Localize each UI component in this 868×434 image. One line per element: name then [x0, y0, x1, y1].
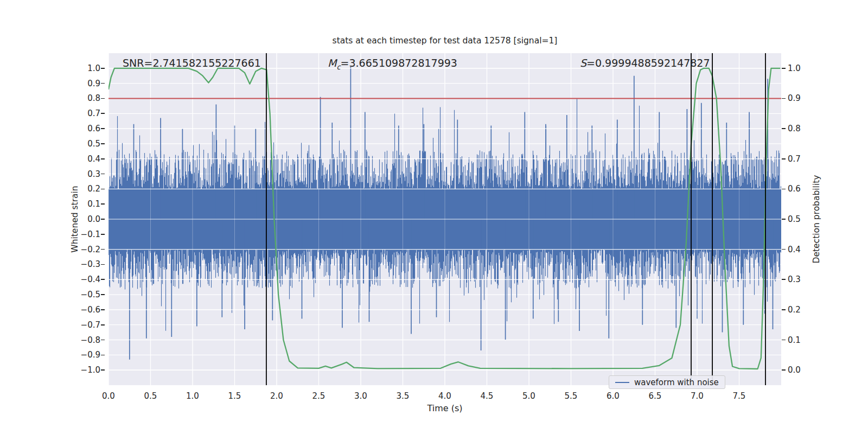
- y-left-tick-label: −0.6: [72, 305, 100, 314]
- y-left-tick-mark: [101, 340, 105, 341]
- x-tick-label: 2.5: [303, 392, 335, 400]
- y-right-tick-label: 0.6: [788, 184, 816, 193]
- y-left-tick-mark: [101, 113, 105, 114]
- x-tick-label: 0.0: [92, 392, 125, 400]
- y-left-tick-mark: [101, 279, 105, 280]
- y-left-tick-label: 0.4: [72, 155, 100, 163]
- y-right-tick-label: 0.0: [788, 366, 816, 374]
- y-left-tick-mark: [101, 234, 105, 235]
- y-right-tick-mark: [782, 158, 786, 159]
- y-left-tick-mark: [101, 158, 105, 159]
- x-tick-label: 2.0: [260, 392, 293, 400]
- y-left-tick-mark: [101, 264, 105, 265]
- y-left-tick-label: −0.8: [72, 336, 100, 344]
- y-left-tick-mark: [101, 309, 105, 310]
- snr-text: SNR=2.741582155227661: [123, 57, 261, 69]
- x-tick-label: 7.0: [681, 392, 713, 400]
- y-right-tick-mark: [782, 68, 786, 69]
- y-right-tick-label: 0.8: [788, 124, 816, 133]
- y-right-tick-mark: [782, 369, 786, 371]
- y-right-tick-mark: [782, 98, 786, 99]
- y-left-tick-mark: [101, 294, 105, 295]
- y-left-tick-mark: [101, 128, 105, 129]
- y-left-tick-label: 0.6: [72, 124, 100, 133]
- annotation-snr: SNR=2.741582155227661: [123, 56, 261, 70]
- chirp-mass-symbol: M: [328, 57, 336, 69]
- y-right-tick-mark: [782, 309, 786, 310]
- y-left-tick-label: 0.8: [72, 94, 100, 103]
- y-left-tick-mark: [101, 219, 105, 220]
- y-left-tick-mark: [101, 369, 105, 371]
- y-left-tick-label: −0.4: [72, 275, 100, 284]
- x-axis-label: Time (s): [108, 403, 781, 413]
- y-right-tick-mark: [782, 128, 786, 129]
- y-left-tick-label: 0.0: [72, 215, 100, 224]
- y-right-tick-label: 0.9: [788, 94, 816, 103]
- y-left-tick-mark: [101, 203, 105, 205]
- score-value: =0.9999488592147827: [586, 57, 710, 69]
- chirp-mass-subscript: c: [336, 63, 340, 71]
- y-left-tick-mark: [101, 68, 105, 69]
- x-tick-label: 5.5: [555, 392, 588, 400]
- y-right-tick-label: 0.5: [788, 215, 816, 224]
- y-right-tick-label: 0.2: [788, 305, 816, 314]
- score-symbol: S: [580, 57, 586, 69]
- figure: stats at each timestep for test data 125…: [0, 0, 868, 434]
- y-left-tick-mark: [101, 189, 105, 190]
- y-left-tick-label: −0.9: [72, 350, 100, 359]
- y-left-tick-label: −0.2: [72, 245, 100, 254]
- annotation-score: S=0.9999488592147827: [580, 56, 710, 70]
- x-tick-label: 1.0: [176, 392, 209, 400]
- annotation-chirp-mass: Mc=3.665109872817993: [328, 56, 457, 70]
- y-left-tick-label: 0.5: [72, 139, 100, 148]
- x-tick-label: 3.0: [344, 392, 377, 400]
- y-left-tick-label: 1.0: [72, 64, 100, 73]
- y-right-tick-label: 0.3: [788, 275, 816, 284]
- y-left-tick-label: 0.9: [72, 79, 100, 88]
- x-tick-label: 3.5: [387, 392, 419, 400]
- x-tick-label: 6.0: [597, 392, 629, 400]
- y-left-tick-label: −0.1: [72, 230, 100, 239]
- legend: waveform with noise: [609, 375, 725, 389]
- y-left-tick-label: −0.5: [72, 290, 100, 299]
- y-left-tick-label: 0.3: [72, 170, 100, 178]
- y-left-tick-label: −0.3: [72, 260, 100, 269]
- x-tick-label: 5.0: [513, 392, 545, 400]
- chart-canvas: [108, 53, 781, 385]
- y-left-tick-mark: [101, 98, 105, 99]
- y-left-tick-mark: [101, 355, 105, 356]
- y-left-tick-label: 0.2: [72, 184, 100, 193]
- x-tick-label: 7.5: [723, 392, 756, 400]
- y-left-tick-label: 0.1: [72, 200, 100, 208]
- y-left-tick-mark: [101, 143, 105, 144]
- y-right-tick-label: 0.1: [788, 336, 816, 344]
- y-right-tick-mark: [782, 249, 786, 250]
- x-tick-label: 4.5: [471, 392, 503, 400]
- x-tick-label: 6.5: [639, 392, 672, 400]
- y-right-tick-mark: [782, 279, 786, 280]
- legend-label: waveform with noise: [634, 378, 719, 387]
- x-tick-label: 4.0: [429, 392, 461, 400]
- x-tick-label: 0.5: [135, 392, 167, 400]
- y-right-tick-label: 0.4: [788, 245, 816, 254]
- y-left-tick-mark: [101, 83, 105, 84]
- y-left-tick-label: −1.0: [72, 366, 100, 374]
- chart-title: stats at each timestep for test data 125…: [108, 36, 781, 46]
- y-right-tick-label: 0.7: [788, 155, 816, 163]
- legend-line-swatch: [615, 382, 629, 383]
- y-right-tick-mark: [782, 189, 786, 190]
- y-left-tick-label: −0.7: [72, 321, 100, 329]
- y-left-tick-mark: [101, 324, 105, 326]
- y-left-tick-mark: [101, 174, 105, 175]
- y-right-tick-mark: [782, 219, 786, 220]
- y-left-tick-mark: [101, 249, 105, 250]
- y-right-tick-label: 1.0: [788, 64, 816, 73]
- y-right-tick-mark: [782, 340, 786, 341]
- chirp-mass-value: =3.665109872817993: [341, 57, 457, 69]
- plot-area: SNR=2.741582155227661 Mc=3.6651098728179…: [108, 53, 781, 385]
- x-tick-label: 1.5: [219, 392, 251, 400]
- y-left-tick-label: 0.7: [72, 109, 100, 118]
